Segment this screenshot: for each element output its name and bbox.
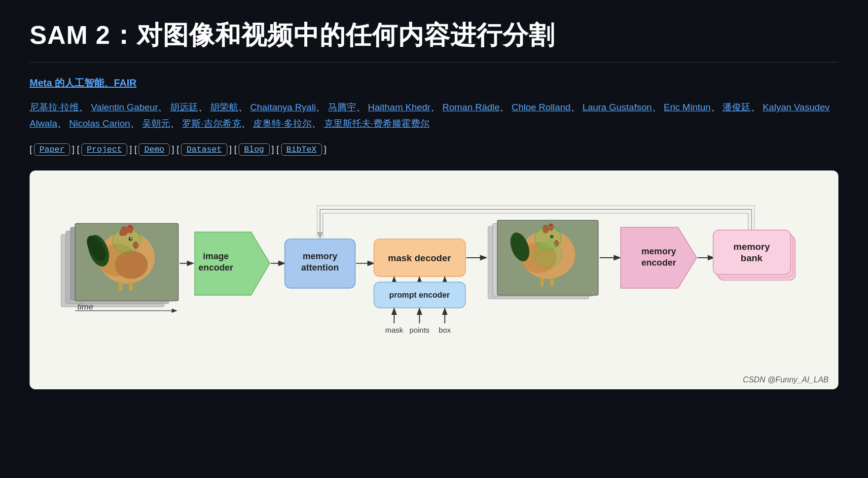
bracket-close-3: ] [ — [172, 144, 179, 155]
svg-rect-47 — [541, 278, 544, 286]
memory-encoder-label2: encoder — [642, 258, 676, 268]
link-blog[interactable]: Blog — [239, 143, 270, 156]
bracket-close-6: ] — [324, 144, 326, 155]
bracket-close-4: ] [ — [229, 144, 237, 155]
page-title: SAM 2：对图像和视频中的任何内容进行分割 — [30, 20, 838, 50]
bracket-open-1: [ — [30, 144, 32, 155]
link-paper[interactable]: Paper — [34, 143, 70, 156]
watermark: CSDN @Funny_AI_LAB — [743, 376, 829, 384]
bracket-close-1: ] [ — [72, 144, 79, 155]
bracket-close-2: ] [ — [129, 144, 137, 155]
divider — [30, 62, 838, 63]
memory-bank-label2: bank — [741, 253, 763, 263]
link-bibtex[interactable]: BibTeX — [281, 143, 322, 156]
bracket-close-5: ] [ — [272, 144, 279, 155]
memory-attention-label1: memory — [303, 251, 337, 261]
svg-point-50 — [534, 241, 562, 268]
svg-rect-18 — [129, 281, 133, 290]
architecture-diagram: time image en — [49, 185, 819, 368]
svg-rect-17 — [119, 281, 123, 290]
link-demo[interactable]: Demo — [139, 143, 170, 156]
memory-encoder-label1: memory — [641, 246, 676, 256]
svg-point-14 — [115, 251, 148, 279]
affiliation-link[interactable]: Meta 的人工智能、FAIR — [30, 76, 137, 90]
label-mask: mask — [385, 326, 403, 334]
svg-rect-48 — [550, 278, 554, 286]
label-points: points — [409, 326, 430, 334]
svg-point-19 — [112, 228, 141, 253]
authors-section: 尼基拉·拉维、 Valentin Gabeur、 胡远廷、 胡荣航、 Chait… — [30, 100, 838, 132]
page-container: SAM 2：对图像和视频中的任何内容进行分割 Meta 的人工智能、FAIR 尼… — [0, 0, 868, 404]
label-box: box — [439, 326, 451, 334]
diagram-container: time image en — [30, 171, 838, 389]
link-dataset[interactable]: Dataset — [181, 143, 227, 156]
links-row: [ Paper ] [ Project ] [ Demo ] [ Dataset… — [30, 143, 838, 156]
authors-text: 尼基拉·拉维、 Valentin Gabeur、 胡远廷、 胡荣航、 Chait… — [30, 102, 830, 128]
image-encoder-label1: image — [203, 251, 229, 261]
memory-bank-label1: memory — [733, 241, 770, 252]
prompt-encoder-label: prompt encoder — [389, 290, 450, 299]
mask-decoder-label: mask decoder — [388, 253, 451, 263]
time-label: time — [77, 302, 93, 311]
link-project[interactable]: Project — [81, 143, 127, 156]
memory-attention-label2: attention — [301, 263, 339, 273]
image-encoder-label2: encoder — [199, 263, 233, 273]
